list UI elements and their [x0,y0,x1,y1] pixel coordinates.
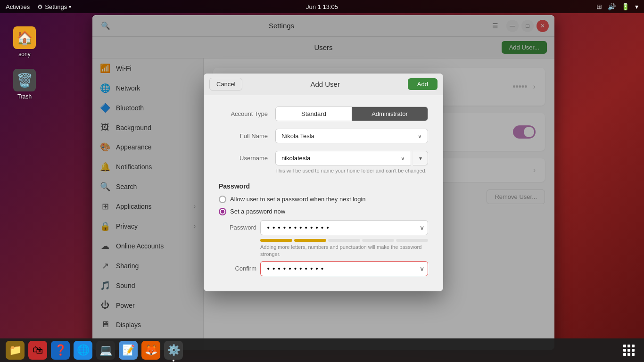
power-tray-icon[interactable]: ▾ [635,3,638,10]
taskbar-app-help[interactable]: ❓ [51,341,70,360]
username-dropdown-button[interactable]: ▾ [413,151,428,165]
account-type-row: Account Type Standard Administrator [219,107,428,121]
dialog-title: Add User [242,80,407,88]
full-name-input[interactable]: Nikola Tesla ∨ [275,129,428,143]
topbar: Activities ⚙ Settings ▾ Jun 1 13:05 ⊞ 🔊 … [0,0,644,13]
password-input[interactable] [260,220,428,235]
strength-seg-5 [396,239,428,242]
radio-allow-user-row: Allow user to set a password when they n… [219,196,428,203]
desktop: Activities ⚙ Settings ▾ Jun 1 13:05 ⊞ 🔊 … [0,0,644,362]
confirm-field-row: Confirm ∨ [219,261,428,276]
username-input[interactable]: nikolatesla ∨ [275,151,411,165]
account-type-administrator[interactable]: Administrator [352,107,428,121]
taskbar-app-settings[interactable]: ⚙️ [164,341,183,360]
desktop-icon-trash[interactable]: 🗑️ Trash [6,66,43,103]
password-section: Password Allow user to set a password wh… [219,182,428,276]
account-type-standard[interactable]: Standard [276,107,352,121]
username-row: Username nikolatesla ∨ ▾ This will be us… [219,151,428,174]
confirm-eye-button[interactable]: ∨ [420,265,424,272]
taskbar-app-terminal[interactable]: 💻 [96,341,115,360]
username-hint: This will be used to name your home fold… [275,167,428,174]
full-name-label: Full Name [219,129,275,140]
taskbar-apps: 📁 🛍 ❓ 🌐 💻 📝 🦊 ⚙️ [6,341,183,360]
radio-allow-user[interactable] [219,196,226,203]
username-chevron: ∨ [401,155,405,162]
username-field: nikolatesla ∨ ▾ This will be used to nam… [275,151,428,174]
full-name-chevron: ∨ [418,133,422,140]
confirm-input[interactable] [260,261,428,276]
dialog-add-button[interactable]: Add [408,78,438,90]
settings-menu-chevron: ▾ [69,4,71,9]
password-label: Password [219,224,256,231]
password-strength-bar [260,239,428,242]
account-type-label: Account Type [219,107,275,117]
topbar-datetime: Jun 1 13:05 [306,3,338,10]
confirm-input-wrap: ∨ [260,261,428,276]
account-type-toggle-group: Standard Administrator [275,107,428,121]
taskbar-app-notes[interactable]: 📝 [119,341,138,360]
taskbar-grid-button[interactable] [619,341,638,360]
strength-seg-4 [362,239,394,242]
account-type-toggle: Standard Administrator [275,107,428,121]
confirm-label: Confirm [219,265,256,272]
taskbar: 📁 🛍 ❓ 🌐 💻 📝 🦊 ⚙️ [0,338,644,362]
radio-set-now-row: Set a password now [219,208,428,215]
strength-hint: Adding more letters, numbers and punctua… [260,244,428,258]
taskbar-app-browser[interactable]: 🌐 [74,341,92,360]
dialog-titlebar: Cancel Add User Add [204,74,443,95]
app-grid-icon [623,345,635,356]
network-tray-icon[interactable]: ⊞ [596,3,602,10]
add-user-dialog: Cancel Add User Add Account Type Standar… [204,74,443,291]
volume-tray-icon[interactable]: 🔊 [608,3,616,10]
password-input-wrap: ∨ [260,220,428,235]
settings-menu-button[interactable]: ⚙ Settings ▾ [37,3,71,10]
taskbar-app-firefox[interactable]: 🦊 [141,341,160,360]
password-field-row: Password ∨ [219,220,428,235]
full-name-row: Full Name Nikola Tesla ∨ [219,129,428,143]
dialog-overlay: Cancel Add User Add Account Type Standar… [92,15,554,350]
desktop-icon-sony[interactable]: 🏠 sony [6,24,43,60]
strength-seg-3 [328,239,360,242]
username-input-group: nikolatesla ∨ ▾ [275,151,428,165]
password-section-title: Password [219,182,428,190]
username-label: Username [219,151,275,162]
dialog-cancel-button[interactable]: Cancel [209,78,242,90]
activities-button[interactable]: Activities [6,3,30,10]
radio-set-now[interactable] [219,208,226,215]
strength-seg-1 [260,239,292,242]
strength-seg-2 [294,239,326,242]
full-name-field: Nikola Tesla ∨ [275,129,428,143]
settings-window: 🔍 Settings ☰ — □ ✕ Users Add User... 📶 W… [92,15,554,350]
password-eye-button[interactable]: ∨ [420,224,424,231]
dialog-content: Account Type Standard Administrator Full… [204,95,443,291]
battery-tray-icon[interactable]: 🔋 [621,3,629,10]
taskbar-app-center[interactable]: 🛍 [28,341,47,360]
taskbar-app-files[interactable]: 📁 [6,341,25,360]
